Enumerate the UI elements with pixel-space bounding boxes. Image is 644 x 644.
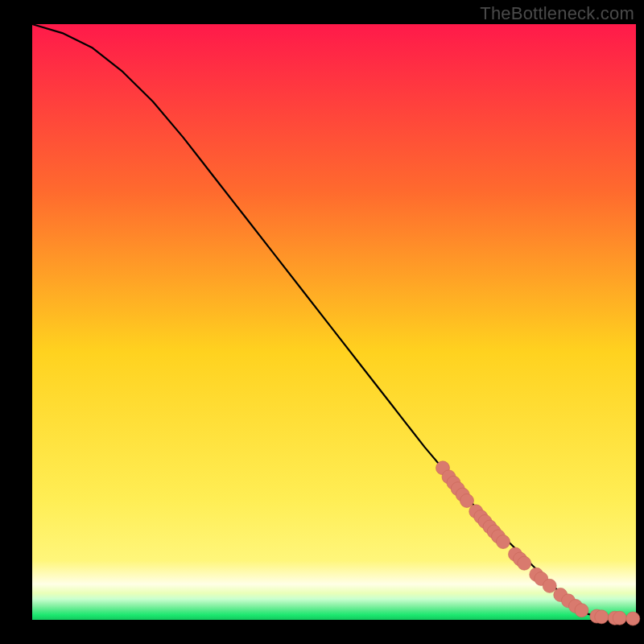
data-point xyxy=(518,556,531,570)
data-point xyxy=(497,535,510,549)
watermark-text: TheBottleneck.com xyxy=(480,3,634,24)
data-point xyxy=(595,610,609,624)
data-point xyxy=(543,579,556,592)
chart-frame: TheBottleneck.com xyxy=(0,0,644,644)
plot-area xyxy=(32,24,636,620)
data-point xyxy=(460,494,474,508)
data-point xyxy=(613,611,626,625)
data-point xyxy=(626,612,640,625)
chart-svg xyxy=(0,0,644,644)
data-point xyxy=(575,604,588,617)
